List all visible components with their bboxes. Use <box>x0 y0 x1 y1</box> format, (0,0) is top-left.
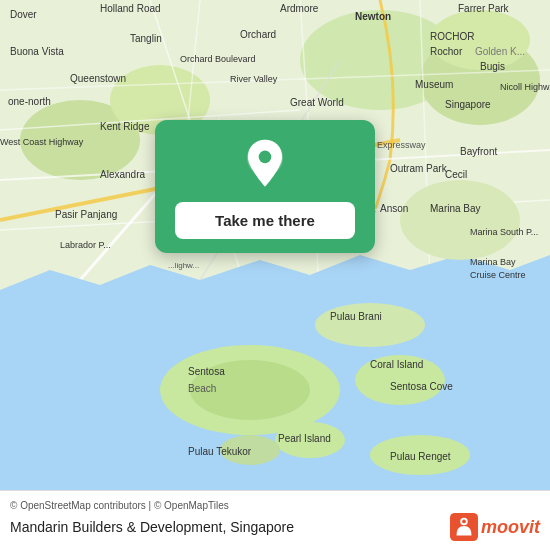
svg-text:Golden K...: Golden K... <box>475 46 525 57</box>
svg-point-76 <box>462 520 466 524</box>
svg-text:Cruise Centre: Cruise Centre <box>470 270 526 280</box>
svg-text:Marina Bay: Marina Bay <box>430 203 481 214</box>
svg-text:Museum: Museum <box>415 79 453 90</box>
moovit-logo: moovit <box>450 513 540 541</box>
svg-point-22 <box>315 303 425 347</box>
svg-text:Sentosa Cove: Sentosa Cove <box>390 381 453 392</box>
footer-bottom: Mandarin Builders & Development, Singapo… <box>10 513 540 541</box>
svg-text:Newton: Newton <box>355 11 391 22</box>
svg-text:Dover: Dover <box>10 9 37 20</box>
svg-text:...lighw...: ...lighw... <box>168 261 199 270</box>
map-attribution: © OpenStreetMap contributors | © OpenMap… <box>10 500 540 511</box>
svg-text:Labrador P...: Labrador P... <box>60 240 111 250</box>
svg-text:Pulau Tekukor: Pulau Tekukor <box>188 446 252 457</box>
svg-text:River Valley: River Valley <box>230 74 278 84</box>
map-container: Dover Holland Road Ardmore Newton Farrer… <box>0 0 550 490</box>
take-me-there-button[interactable]: Take me there <box>175 202 355 239</box>
svg-text:Pasir Panjang: Pasir Panjang <box>55 209 117 220</box>
svg-text:Pulau Renget: Pulau Renget <box>390 451 451 462</box>
svg-point-25 <box>400 180 520 260</box>
svg-text:Tanglin: Tanglin <box>130 33 162 44</box>
moovit-brand-text: moovit <box>481 517 540 538</box>
location-pin-icon <box>238 138 292 192</box>
footer-bar: © OpenStreetMap contributors | © OpenMap… <box>0 490 550 550</box>
svg-text:Holland Road: Holland Road <box>100 3 161 14</box>
svg-text:Sentosa: Sentosa <box>188 366 225 377</box>
svg-text:Ardmore: Ardmore <box>280 3 319 14</box>
svg-point-73 <box>259 151 272 164</box>
svg-text:y Expressway: y Expressway <box>370 140 426 150</box>
svg-text:Orchard: Orchard <box>240 29 276 40</box>
svg-text:Outram Park: Outram Park <box>390 163 448 174</box>
svg-text:Buona Vista: Buona Vista <box>10 46 64 57</box>
svg-text:Marina Bay: Marina Bay <box>470 257 516 267</box>
svg-text:Great World: Great World <box>290 97 344 108</box>
svg-text:Rochor: Rochor <box>430 46 463 57</box>
svg-text:Orchard Boulevard: Orchard Boulevard <box>180 54 256 64</box>
location-name: Mandarin Builders & Development, Singapo… <box>10 519 294 535</box>
svg-text:Queenstown: Queenstown <box>70 73 126 84</box>
svg-text:Cecil: Cecil <box>445 169 467 180</box>
svg-text:Beach: Beach <box>188 383 216 394</box>
svg-text:Pearl Island: Pearl Island <box>278 433 331 444</box>
svg-text:Bayfront: Bayfront <box>460 146 497 157</box>
popup-card: Take me there <box>155 120 375 253</box>
svg-text:Coral Island: Coral Island <box>370 359 423 370</box>
svg-text:one-north: one-north <box>8 96 51 107</box>
svg-text:Bugis: Bugis <box>480 61 505 72</box>
svg-text:Singapore: Singapore <box>445 99 491 110</box>
svg-text:ROCHOR: ROCHOR <box>430 31 474 42</box>
moovit-brand-icon <box>450 513 478 541</box>
svg-text:Alexandra: Alexandra <box>100 169 145 180</box>
svg-text:Nicoll Highw...: Nicoll Highw... <box>500 82 550 92</box>
svg-text:Anson: Anson <box>380 203 408 214</box>
svg-text:West Coast Highway: West Coast Highway <box>0 137 84 147</box>
svg-text:Pulau Brani: Pulau Brani <box>330 311 382 322</box>
svg-text:Farrer Park: Farrer Park <box>458 3 510 14</box>
svg-text:Marina South P...: Marina South P... <box>470 227 538 237</box>
svg-text:Kent Ridge: Kent Ridge <box>100 121 150 132</box>
